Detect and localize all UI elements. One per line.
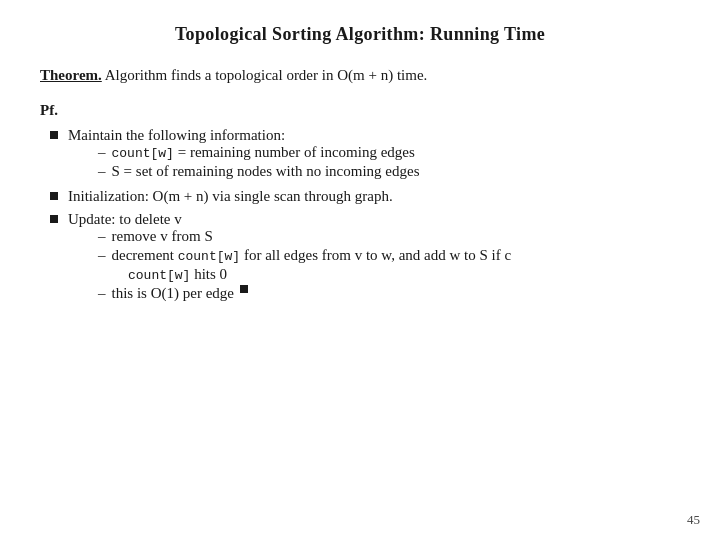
- sub-remove-text: remove v from S: [112, 228, 213, 245]
- page-number: 45: [687, 512, 700, 528]
- count-mono-1: count[w]: [112, 146, 174, 161]
- slide: Topological Sorting Algorithm: Running T…: [0, 0, 720, 540]
- count-hits-line: count[w] hits 0: [128, 266, 680, 283]
- bullet-init: Initialization: O(m + n) via single scan…: [50, 188, 680, 205]
- slide-title: Topological Sorting Algorithm: Running T…: [40, 24, 680, 45]
- pf-label: Pf.: [40, 102, 680, 119]
- dash-3: –: [98, 228, 106, 245]
- theorem-line: Theorem. Algorithm finds a topological o…: [40, 67, 680, 84]
- sub-o1-text: this is O(1) per edge: [112, 285, 234, 302]
- sub-count: – count[w] = remaining number of incomin…: [98, 144, 680, 161]
- sub-count-content: count[w] = remaining number of incoming …: [112, 144, 415, 161]
- sub-decrement: – decrement count[w] for all edges from …: [98, 247, 680, 264]
- bullet-maintain: Maintain the following information: – co…: [50, 127, 680, 182]
- sub-count-text: = remaining number of incoming edges: [174, 144, 415, 160]
- pf-section: Pf. Maintain the following information: …: [40, 102, 680, 304]
- bullet-init-content: Initialization: O(m + n) via single scan…: [68, 188, 680, 205]
- sub-remove: – remove v from S: [98, 228, 680, 245]
- qed-square: [240, 285, 248, 293]
- bullet-init-text: Initialization: O(m + n) via single scan…: [68, 188, 393, 204]
- dash-5: –: [98, 285, 106, 302]
- bullet-update-content: Update: to delete v – remove v from S – …: [68, 211, 680, 304]
- count-hits-mono: count[w]: [128, 268, 190, 283]
- sub-o1: – this is O(1) per edge: [98, 285, 680, 302]
- bullet-update: Update: to delete v – remove v from S – …: [50, 211, 680, 304]
- bullet-icon-1: [50, 131, 58, 139]
- bullet-update-text: Update: to delete v: [68, 211, 182, 227]
- sub-set: – S = set of remaining nodes with no inc…: [98, 163, 680, 180]
- bullet-maintain-content: Maintain the following information: – co…: [68, 127, 680, 182]
- dash-1: –: [98, 144, 106, 161]
- bullet-maintain-text: Maintain the following information:: [68, 127, 285, 143]
- dash-2: –: [98, 163, 106, 180]
- decrement-prefix: decrement: [112, 247, 178, 263]
- decrement-suffix: for all edges from v to w, and add w to …: [240, 247, 511, 263]
- sub-set-text: S = set of remaining nodes with no incom…: [112, 163, 420, 180]
- sub-decrement-content: decrement count[w] for all edges from v …: [112, 247, 512, 264]
- bullet-icon-2: [50, 192, 58, 200]
- count-mono-2: count[w]: [178, 249, 240, 264]
- dash-4: –: [98, 247, 106, 264]
- count-hits-text: hits 0: [190, 266, 227, 282]
- theorem-text: Algorithm finds a topological order in O…: [105, 67, 428, 83]
- bullet-icon-3: [50, 215, 58, 223]
- theorem-label: Theorem.: [40, 67, 102, 83]
